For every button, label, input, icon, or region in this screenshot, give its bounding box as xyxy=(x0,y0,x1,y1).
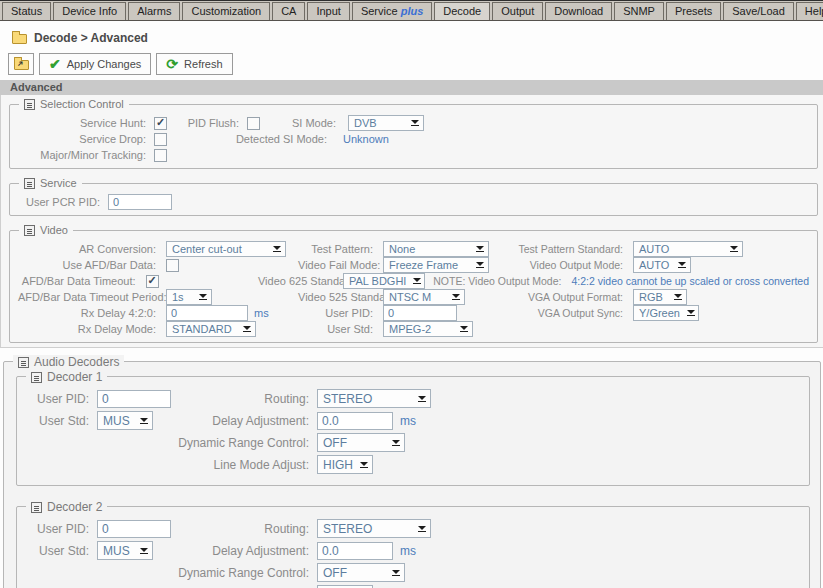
tab-customization[interactable]: Customization xyxy=(182,2,270,20)
chevron-down-icon xyxy=(674,294,682,300)
tab-status[interactable]: Status xyxy=(2,2,51,20)
export-settings-button[interactable] xyxy=(8,53,34,75)
decoder1-line-mode-label: Line Mode Adjust: xyxy=(175,458,309,472)
refresh-button[interactable]: ⟳ Refresh xyxy=(156,53,232,75)
tab-service-plus-suffix: plus xyxy=(401,5,424,17)
vga-output-format-value: RGB xyxy=(639,291,663,303)
fieldset-selection-control: Selection Control Service Hunt: PID Flus… xyxy=(9,104,818,169)
major-minor-tracking-checkbox[interactable] xyxy=(154,149,167,162)
vga-output-format-select[interactable]: RGB xyxy=(633,289,687,305)
decoder2-user-std-select[interactable]: MUS xyxy=(97,541,153,560)
tab-presets[interactable]: Presets xyxy=(666,2,721,20)
decoder-1-legend-label: Decoder 1 xyxy=(47,370,102,384)
video-output-mode-value: AUTO xyxy=(639,259,669,271)
decoder2-drc-label: Dynamic Range Control: xyxy=(175,566,309,580)
test-pattern-select[interactable]: None xyxy=(383,241,489,257)
tab-help[interactable]: Help xyxy=(796,2,823,20)
video-output-mode-select[interactable]: AUTO xyxy=(633,257,691,273)
tab-snmp[interactable]: SNMP xyxy=(614,2,664,20)
ar-conversion-select[interactable]: Center cut-out xyxy=(166,241,286,257)
apply-changes-button[interactable]: ✔ Apply Changes xyxy=(39,53,151,75)
decoder2-drc-select[interactable]: OFF xyxy=(317,563,405,582)
afd-timeout-period-select[interactable]: 1s xyxy=(166,289,212,305)
decoder2-delay-adjustment-label: Delay Adjustment: xyxy=(175,544,309,558)
decoder2-delay-unit: ms xyxy=(400,544,416,558)
pid-flush-checkbox[interactable] xyxy=(247,117,260,130)
tab-ca[interactable]: CA xyxy=(272,2,305,20)
tab-input[interactable]: Input xyxy=(307,2,349,20)
video-525-standard-select[interactable]: NTSC M xyxy=(383,289,465,305)
decoder2-delay-adjustment-input[interactable] xyxy=(317,542,393,560)
tab-download[interactable]: Download xyxy=(545,2,612,20)
afd-timeout-checkbox[interactable] xyxy=(146,275,159,288)
decoder1-line-mode-select[interactable]: HIGH xyxy=(317,455,373,474)
video-625-standard-label: Video 625 Standard: xyxy=(258,275,333,287)
chevron-down-icon xyxy=(418,526,426,532)
video-output-note-value: 4:2:2 video cannot be up scaled or cross… xyxy=(571,275,809,287)
fieldset-audio-decoders: Audio Decoders Decoder 1 User PID: Routi… xyxy=(3,361,821,588)
tab-decode[interactable]: Decode xyxy=(434,2,490,20)
video-user-std-select[interactable]: MPEG-2 xyxy=(383,321,473,337)
rx-delay-mode-select[interactable]: STANDARD xyxy=(166,321,256,337)
collapse-toggle-icon[interactable] xyxy=(24,225,35,236)
collapse-toggle-icon[interactable] xyxy=(24,178,35,189)
collapse-toggle-icon[interactable] xyxy=(24,99,35,110)
service-hunt-checkbox[interactable] xyxy=(154,117,167,130)
decoder2-routing-label: Routing: xyxy=(175,522,309,536)
vga-output-format-label: VGA Output Format: xyxy=(489,291,623,303)
breadcrumb: Decode > Advanced xyxy=(12,30,823,45)
fieldset-service: Service User PCR PID: xyxy=(9,183,818,216)
chevron-down-icon xyxy=(476,262,484,268)
decoder1-drc-select[interactable]: OFF xyxy=(317,433,405,452)
video-user-pid-input[interactable] xyxy=(383,305,457,321)
test-pattern-standard-select[interactable]: AUTO xyxy=(633,241,743,257)
selection-control-legend: Selection Control xyxy=(19,98,129,110)
video-user-std-label: User Std: xyxy=(298,323,373,335)
tab-save-load[interactable]: Save/Load xyxy=(723,2,794,20)
rx-delay-420-input[interactable] xyxy=(166,305,248,321)
tab-output[interactable]: Output xyxy=(492,2,543,20)
decoder2-routing-select[interactable]: STEREO xyxy=(317,519,431,538)
fieldset-video: Video AR Conversion: Center cut-out Test… xyxy=(9,230,818,343)
decoder1-user-std-select[interactable]: MUS xyxy=(97,411,153,430)
use-afd-bar-data-checkbox[interactable] xyxy=(166,259,179,272)
video-fail-mode-value: Freeze Frame xyxy=(389,259,458,271)
service-legend: Service xyxy=(19,177,82,189)
decoder1-delay-adjustment-input[interactable] xyxy=(317,412,393,430)
ar-conversion-value: Center cut-out xyxy=(172,243,242,255)
si-mode-label: SI Mode: xyxy=(270,117,336,129)
si-mode-select[interactable]: DVB xyxy=(348,115,424,131)
vga-output-sync-value: Y/Green xyxy=(639,307,680,319)
collapse-toggle-icon[interactable] xyxy=(31,502,42,513)
chevron-down-icon xyxy=(360,462,368,468)
tab-device-info[interactable]: Device Info xyxy=(53,2,126,20)
video-output-mode-label: Video Output Mode: xyxy=(489,259,623,271)
decoder2-user-pid-label: User PID: xyxy=(25,522,89,536)
vga-output-sync-select[interactable]: Y/Green xyxy=(633,305,699,321)
decoder2-user-pid-input[interactable] xyxy=(97,520,171,538)
tab-alarms[interactable]: Alarms xyxy=(128,2,180,20)
collapse-toggle-icon[interactable] xyxy=(18,357,29,368)
user-pcr-pid-input[interactable] xyxy=(108,194,172,210)
chevron-down-icon xyxy=(678,262,686,268)
toolbar: ✔ Apply Changes ⟳ Refresh xyxy=(8,53,823,75)
video-625-standard-select[interactable]: PAL BDGHI xyxy=(343,273,425,289)
decoder1-line-mode-value: HIGH xyxy=(323,458,353,472)
section-header-advanced: Advanced xyxy=(0,80,823,95)
video-user-std-value: MPEG-2 xyxy=(389,323,431,335)
service-drop-checkbox[interactable] xyxy=(154,133,167,146)
decoder1-routing-select[interactable]: STEREO xyxy=(317,389,431,408)
decoder1-user-pid-input[interactable] xyxy=(97,390,171,408)
vga-output-sync-label: VGA Output Sync: xyxy=(489,307,623,319)
decoder1-delay-unit: ms xyxy=(400,414,416,428)
chevron-down-icon xyxy=(243,326,251,332)
chevron-down-icon xyxy=(199,294,207,300)
chevron-down-icon xyxy=(392,570,400,576)
video-fail-mode-select[interactable]: Freeze Frame xyxy=(383,257,489,273)
video-legend-label: Video xyxy=(40,224,68,236)
decoder1-user-pid-label: User PID: xyxy=(25,392,89,406)
tab-service-plus[interactable]: Service plus xyxy=(352,2,432,20)
si-mode-value: DVB xyxy=(354,117,377,129)
chevron-down-icon xyxy=(413,278,421,284)
collapse-toggle-icon[interactable] xyxy=(31,372,42,383)
